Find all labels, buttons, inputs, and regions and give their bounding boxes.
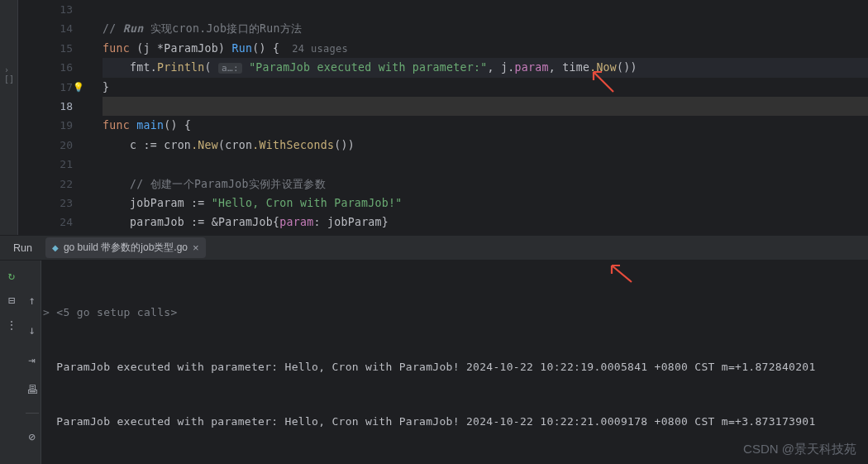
run-tool-label[interactable]: Run [5,242,41,254]
code-line: // 创建一个ParamJob实例并设置参数 [103,175,868,194]
code-line: c := cron.New(cron.WithSeconds()) [103,136,868,155]
editor-pane: › [] 13 14 15⬆ 16 17 18 19▶ 20 21 22 23 … [0,0,868,235]
line-number-gutter: 13 14 15⬆ 16 17 18 19▶ 20 21 22 23 24 [18,0,79,235]
arrow-annotation [607,262,635,287]
soft-wrap-icon[interactable]: ⇥ [28,353,35,366]
line-number: 17 [18,78,73,97]
code-line: paramJob := &ParamJob{param: jobParam} [103,213,868,232]
code-line: } [103,78,868,97]
code-line [103,0,868,19]
console-wrap: ↻ ⊟ ⋮ ↑ ↓ ⇥ 🖶 ⊘ > <5 go setup calls> Par… [0,261,868,464]
code-line [103,97,868,116]
more-icon[interactable]: ⋮ [6,318,17,332]
fold-indicator[interactable]: › [] [4,65,17,84]
line-number: 19▶ [18,116,73,135]
close-icon[interactable]: × [193,242,199,254]
console-toolbar: ↻ ⊟ ⋮ [0,261,23,464]
line-number: 22 [18,175,73,194]
lightbulb-icon[interactable]: 💡 [73,78,84,97]
code-area[interactable]: 💡 // Run 实现cron.Job接口的Run方法 func (j *Par… [79,0,868,235]
go-file-icon: ◆ [52,243,59,252]
clear-icon[interactable]: ⊘ [28,430,35,443]
left-edge: › [] [0,0,18,235]
console-line: ParamJob executed with parameter: Hello,… [43,358,858,376]
stop-icon[interactable]: ⊟ [8,294,15,307]
line-number: 21 [18,155,73,174]
print-icon[interactable]: 🖶 [26,383,38,396]
line-number: 23 [18,194,73,213]
line-number: 20 [18,136,73,155]
scroll-down-icon[interactable]: ↓ [28,323,35,337]
console-line: > <5 go setup calls> [43,304,858,322]
console-line: ParamJob executed with parameter: Hello,… [43,413,858,431]
line-number: 24 [18,213,73,232]
usage-hint[interactable]: 24 usages [279,43,348,55]
line-number: 15⬆ [18,39,73,58]
watermark: CSDN @景天科技苑 [743,442,856,457]
code-line: jobParam := "Hello, Cron with ParamJob!" [103,194,868,213]
run-tab-label: go build 带参数的job类型.go [64,241,188,255]
run-tab-bar: Run ◆ go build 带参数的job类型.go × [0,236,868,261]
left-icon-rail: ↑ ↓ ⇥ 🖶 ⊘ [23,261,41,464]
code-line: func (j *ParamJob) Run() { 24 usages [103,39,868,58]
line-number: 18 [18,97,73,116]
fold-icon[interactable]: > [43,306,56,318]
run-panel: Run ◆ go build 带参数的job类型.go × ↻ ⊟ ⋮ ↑ ↓ … [0,235,868,464]
code-line: // Run 实现cron.Job接口的Run方法 [103,19,868,38]
scroll-up-icon[interactable]: ↑ [28,294,35,307]
line-number: 16 [18,58,73,77]
console-output[interactable]: > <5 go setup calls> ParamJob executed w… [41,261,868,464]
separator [26,413,39,414]
run-config-tab[interactable]: ◆ go build 带参数的job类型.go × [45,237,206,258]
line-number: 14 [18,19,73,38]
rerun-icon[interactable]: ↻ [8,269,15,282]
line-number: 13 [18,0,73,19]
param-hint: a…: [218,63,242,74]
code-line: func main() { [103,116,868,135]
code-line [103,155,868,174]
code-line: fmt.Println( a…: "ParamJob executed with… [103,58,868,77]
